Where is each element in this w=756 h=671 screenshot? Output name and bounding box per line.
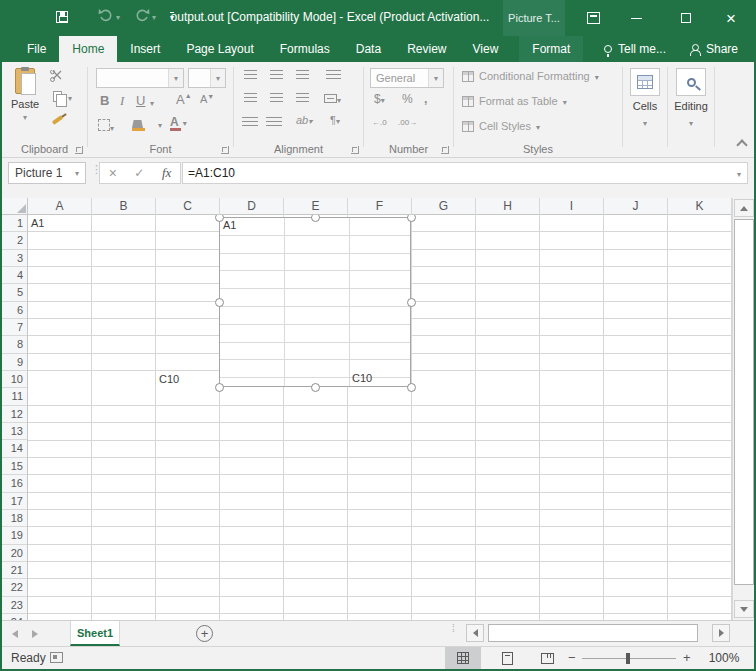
font-name-dropdown-icon[interactable] — [168, 69, 183, 87]
column-header-f[interactable]: F — [348, 198, 412, 215]
row-header-3[interactable]: 3 — [2, 250, 27, 267]
underline-button[interactable]: U — [136, 93, 145, 108]
new-sheet-button[interactable]: + — [196, 625, 213, 642]
editing-dropdown-icon[interactable] — [668, 116, 714, 128]
shrink-font-button[interactable]: A▼ — [200, 93, 214, 105]
handle-bottom-middle[interactable] — [311, 383, 320, 392]
close-button[interactable]: × — [714, 0, 748, 36]
number-format-dropdown-icon[interactable] — [428, 69, 443, 87]
row-header-16[interactable]: 16 — [2, 475, 27, 492]
handle-middle-left[interactable] — [215, 298, 224, 307]
font-size-combo[interactable] — [188, 68, 226, 88]
wrap-text-button[interactable] — [326, 70, 341, 79]
bold-button[interactable]: B — [100, 93, 109, 108]
grow-font-button[interactable]: A▲ — [176, 92, 192, 107]
row-header-15[interactable]: 15 — [2, 458, 27, 475]
tab-review[interactable]: Review — [394, 36, 459, 62]
column-header-j[interactable]: J — [604, 198, 668, 215]
font-name-combo[interactable] — [96, 68, 184, 88]
select-all-corner[interactable] — [2, 198, 28, 215]
previous-sheet-icon[interactable] — [12, 630, 18, 638]
redo-icon[interactable] — [134, 8, 150, 26]
borders-button[interactable] — [98, 119, 114, 133]
column-header-b[interactable]: B — [92, 198, 156, 215]
increase-decimal-button[interactable]: ←.0 — [372, 118, 387, 127]
cell-C10[interactable]: C10 — [159, 373, 179, 385]
alignment-dialog-launcher-icon[interactable] — [351, 146, 359, 154]
scroll-down-icon[interactable] — [734, 600, 754, 618]
copy-dropdown-icon[interactable] — [68, 91, 72, 103]
page-break-view-button[interactable] — [531, 647, 563, 669]
row-header-9[interactable]: 9 — [2, 354, 27, 371]
row-header-21[interactable]: 21 — [2, 562, 27, 579]
column-header-k[interactable]: K — [668, 198, 732, 215]
number-format-combo[interactable]: General — [370, 68, 444, 88]
row-header-17[interactable]: 17 — [2, 493, 27, 510]
format-painter-button[interactable] — [48, 112, 66, 128]
italic-button[interactable]: I — [120, 93, 124, 109]
orientation-button[interactable]: ab — [296, 114, 312, 126]
tell-me-box[interactable]: Tell me... — [594, 36, 676, 62]
format-as-table-button[interactable]: Format as Table — [462, 95, 567, 107]
cell-A1[interactable]: A1 — [31, 217, 44, 229]
align-center-button[interactable] — [270, 93, 283, 102]
percent-style-button[interactable]: % — [402, 92, 413, 106]
tab-page-layout[interactable]: Page Layout — [173, 36, 266, 62]
font-size-dropdown-icon[interactable] — [210, 69, 225, 87]
undo-icon[interactable] — [98, 8, 114, 26]
horizontal-scrollbar-thumb[interactable] — [488, 624, 698, 642]
tab-home[interactable]: Home — [59, 36, 117, 62]
paste-button[interactable]: Paste — [6, 66, 44, 142]
handle-bottom-left[interactable] — [215, 383, 224, 392]
row-header-4[interactable]: 4 — [2, 267, 27, 284]
align-right-button[interactable] — [296, 93, 309, 102]
row-header-8[interactable]: 8 — [2, 336, 27, 353]
tab-view[interactable]: View — [460, 36, 512, 62]
row-header-2[interactable]: 2 — [2, 232, 27, 249]
cell-styles-button[interactable]: Cell Styles — [462, 120, 540, 132]
name-box-dropdown-icon[interactable] — [69, 163, 85, 183]
tab-data[interactable]: Data — [343, 36, 394, 62]
macro-record-icon[interactable] — [50, 652, 63, 663]
clipboard-dialog-launcher-icon[interactable] — [75, 146, 83, 154]
align-middle-button[interactable] — [270, 70, 283, 79]
row-header-5[interactable]: 5 — [2, 284, 27, 301]
share-button[interactable]: Share — [676, 36, 752, 62]
column-header-g[interactable]: G — [412, 198, 476, 215]
enter-icon[interactable]: ✓ — [134, 166, 144, 180]
column-header-i[interactable]: I — [540, 198, 604, 215]
fill-color-button[interactable] — [132, 118, 162, 130]
row-header-20[interactable]: 20 — [2, 545, 27, 562]
scroll-right-icon[interactable] — [712, 624, 730, 642]
expand-formula-bar-icon[interactable] — [737, 166, 741, 180]
cells-button[interactable] — [630, 68, 660, 96]
number-dialog-launcher-icon[interactable] — [441, 146, 449, 154]
column-header-a[interactable]: A — [28, 198, 92, 215]
column-header-e[interactable]: E — [284, 198, 348, 215]
tab-scrollbar-splitter[interactable]: ⁞ — [452, 626, 455, 631]
column-header-h[interactable]: H — [476, 198, 540, 215]
row-header-18[interactable]: 18 — [2, 510, 27, 527]
formula-input[interactable]: =A1:C10 — [182, 162, 748, 184]
row-header-7[interactable]: 7 — [2, 319, 27, 336]
picture-tools-contextual-group[interactable]: Picture T... — [503, 0, 565, 36]
align-top-button[interactable] — [244, 70, 257, 79]
align-bottom-button[interactable] — [296, 70, 309, 79]
text-direction-button[interactable]: ¶ — [330, 114, 340, 126]
zoom-slider-thumb[interactable] — [626, 653, 630, 664]
tab-file[interactable]: File — [14, 36, 59, 62]
row-header-6[interactable]: 6 — [2, 302, 27, 319]
editing-button[interactable] — [676, 68, 706, 96]
vertical-scrollbar[interactable] — [732, 198, 754, 620]
zoom-in-button[interactable]: + — [683, 650, 691, 665]
zoom-level[interactable]: 100% — [702, 651, 746, 665]
next-sheet-icon[interactable] — [32, 630, 38, 638]
underline-dropdown-icon[interactable] — [150, 96, 154, 108]
merge-center-button[interactable] — [324, 93, 341, 105]
minimize-button[interactable] — [619, 0, 653, 36]
accounting-format-button[interactable]: $ — [374, 92, 385, 106]
scroll-up-icon[interactable] — [734, 199, 754, 217]
undo-dropdown-icon[interactable]: ▾ — [116, 13, 120, 22]
tab-insert[interactable]: Insert — [117, 36, 173, 62]
row-header-22[interactable]: 22 — [2, 579, 27, 596]
